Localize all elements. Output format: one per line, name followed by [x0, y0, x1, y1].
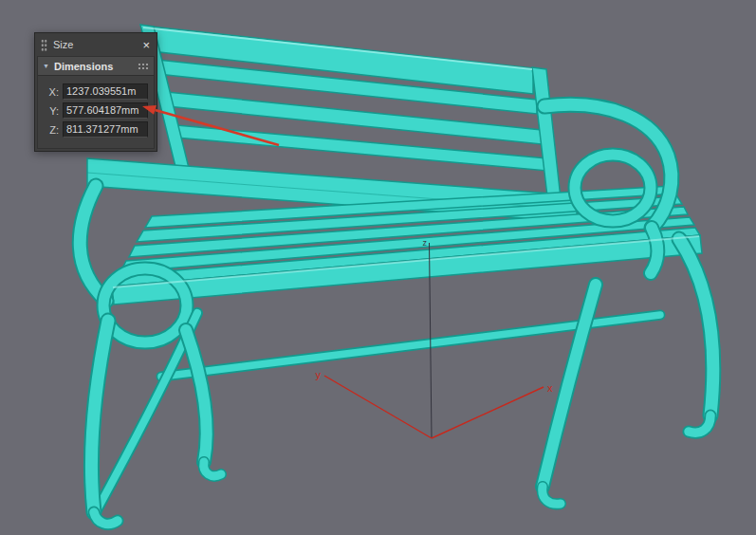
close-icon[interactable]: ×: [141, 39, 151, 51]
dimension-rows: X: 1237.039551m Y: 577.604187mm Z: 811.3…: [38, 76, 154, 148]
dimension-label-x: X:: [44, 86, 59, 98]
dimensions-rollout: ▼ Dimensions X: 1237.039551m Y: 577.6041…: [37, 56, 155, 149]
rollout-title: Dimensions: [54, 61, 113, 72]
dimension-value-field-z[interactable]: 811.371277mm: [63, 121, 148, 138]
dimension-row-x: X: 1237.039551m: [44, 83, 148, 100]
viewport[interactable]: y x z Size × ▼ Dimensions X: 1237.039551…: [0, 0, 756, 535]
dimension-label-z: Z:: [44, 124, 59, 136]
panel-titlebar[interactable]: Size ×: [35, 33, 157, 56]
dimension-row-y: Y: 577.604187mm: [44, 102, 148, 119]
bench-model[interactable]: [80, 25, 713, 524]
axis-label-y: y: [316, 369, 322, 380]
dimension-label-y: Y:: [44, 105, 59, 117]
dimension-value-field-y[interactable]: 577.604187mm: [63, 102, 148, 119]
dimensions-rollout-header[interactable]: ▼ Dimensions: [38, 57, 154, 76]
size-panel: Size × ▼ Dimensions X: 1237.039551m Y: 5…: [34, 32, 157, 152]
axis-label-z: z: [423, 238, 428, 248]
rollout-grip-icon: [138, 63, 149, 69]
panel-title: Size: [53, 39, 136, 50]
dimension-value-field-x[interactable]: 1237.039551m: [63, 83, 148, 100]
drag-grip-icon[interactable]: [41, 39, 47, 51]
collapse-arrow-icon[interactable]: ▼: [43, 63, 49, 69]
dimension-row-z: Z: 811.371277mm: [44, 121, 148, 138]
axis-label-x: x: [547, 382, 553, 394]
